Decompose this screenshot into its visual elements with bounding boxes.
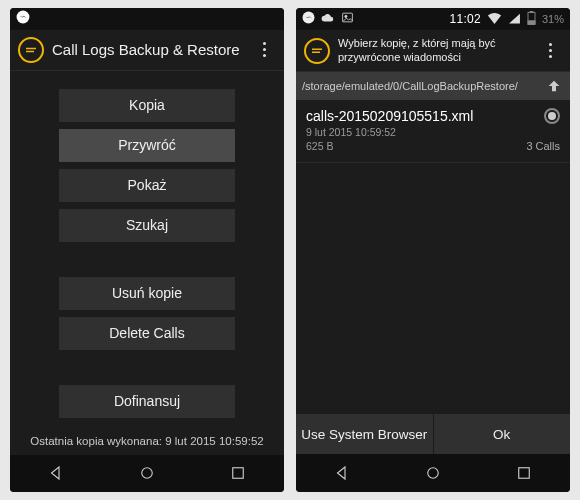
- file-call-count: 3 Calls: [526, 140, 560, 152]
- signal-icon: [508, 12, 521, 27]
- wifi-icon: [487, 12, 502, 27]
- file-row[interactable]: calls-20150209105515.xml 9 lut 2015 10:5…: [296, 100, 570, 163]
- search-button[interactable]: Szukaj: [59, 209, 235, 242]
- file-name: calls-20150209105515.xml: [306, 108, 473, 124]
- messenger-icon: [16, 10, 30, 27]
- last-backup-text: Ostatnia kopia wykonana: 9 lut 2015 10:5…: [30, 435, 263, 447]
- file-size: 625 B: [306, 140, 473, 152]
- app-bar: Call Logs Backup & Restore: [10, 30, 284, 71]
- delete-calls-button[interactable]: Delete Calls: [59, 317, 235, 350]
- battery-percent: 31%: [542, 13, 564, 25]
- overflow-menu-icon[interactable]: [252, 38, 276, 62]
- path-text: /storage/emulated/0/CallLogBackupRestore…: [302, 80, 518, 92]
- nav-back-icon[interactable]: [46, 463, 66, 483]
- nav-recent-icon[interactable]: [228, 463, 248, 483]
- svg-point-1: [142, 468, 153, 479]
- status-bar: [10, 8, 284, 30]
- main-menu: Kopia Przywróć Pokaż Szukaj Usuń kopie D…: [10, 71, 284, 455]
- file-date: 9 lut 2015 10:59:52: [306, 126, 473, 138]
- battery-icon: [527, 11, 536, 28]
- show-button[interactable]: Pokaż: [59, 169, 235, 202]
- cloud-icon: [321, 11, 335, 28]
- nav-home-icon[interactable]: [137, 463, 157, 483]
- delete-copies-button[interactable]: Usuń kopie: [59, 277, 235, 310]
- restore-button[interactable]: Przywróć: [59, 129, 235, 162]
- svg-point-9: [428, 468, 439, 479]
- phone-left: Call Logs Backup & Restore Kopia Przywró…: [10, 8, 284, 492]
- bottom-actions: Use System Browser Ok: [296, 414, 570, 454]
- donate-button[interactable]: Dofinansuj: [59, 385, 235, 418]
- messenger-icon: [302, 11, 315, 27]
- app-title: Call Logs Backup & Restore: [52, 41, 244, 58]
- svg-point-5: [345, 15, 347, 17]
- nav-bar: [10, 455, 284, 492]
- app-logo-icon: [304, 38, 330, 64]
- copy-button[interactable]: Kopia: [59, 89, 235, 122]
- nav-recent-icon[interactable]: [514, 463, 534, 483]
- file-radio[interactable]: [544, 108, 560, 124]
- app-bar: Wybierz kopię, z której mają być przywró…: [296, 30, 570, 72]
- overflow-menu-icon[interactable]: [538, 39, 562, 63]
- status-bar: 11:02 31%: [296, 8, 570, 30]
- svg-rect-2: [233, 468, 244, 479]
- folder-up-icon[interactable]: [544, 76, 564, 96]
- svg-rect-8: [528, 20, 535, 24]
- status-time: 11:02: [449, 12, 481, 26]
- nav-home-icon[interactable]: [423, 463, 443, 483]
- nav-back-icon[interactable]: [332, 463, 352, 483]
- file-list-empty: [296, 163, 570, 414]
- app-title: Wybierz kopię, z której mają być przywró…: [338, 37, 530, 65]
- app-logo-icon: [18, 37, 44, 63]
- picture-icon: [341, 11, 354, 27]
- path-bar: /storage/emulated/0/CallLogBackupRestore…: [296, 72, 570, 100]
- system-browser-button[interactable]: Use System Browser: [296, 414, 433, 454]
- nav-bar: [296, 454, 570, 492]
- svg-rect-7: [530, 11, 533, 12]
- svg-rect-10: [519, 468, 530, 479]
- ok-button[interactable]: Ok: [434, 414, 571, 454]
- phone-right: 11:02 31% Wybierz kopię, z której mają b…: [296, 8, 570, 492]
